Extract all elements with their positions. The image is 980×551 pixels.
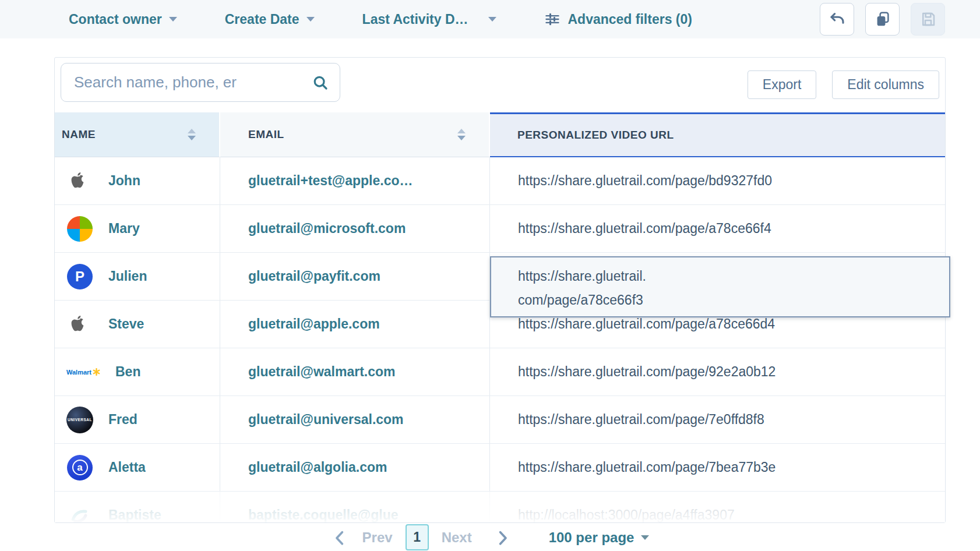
walmart-logo-icon: Walmart: [66, 359, 100, 386]
email-cell: gluetrail@walmart.com: [220, 348, 490, 395]
search-input[interactable]: [74, 73, 312, 91]
column-header-email-label: EMAIL: [248, 128, 284, 141]
apple-logo-icon: [66, 168, 93, 195]
table-row: Walmart Ben gluetrail@walmart.com https:…: [55, 348, 945, 396]
video-url-cell[interactable]: http://localhost:3000/page/a4ffa3907: [490, 492, 945, 522]
table-row: Baptiste baptiste.coquelle@glue http://l…: [55, 492, 945, 522]
column-header-name-label: NAME: [62, 128, 96, 141]
email-cell: gluetrail@apple.com: [220, 301, 490, 348]
email-cell: baptiste.coquelle@glue: [220, 492, 490, 522]
contact-name-link[interactable]: Steve: [108, 316, 144, 332]
chevron-right-icon[interactable]: [493, 528, 512, 547]
prev-button[interactable]: Prev: [362, 529, 393, 546]
sort-icon[interactable]: [457, 129, 466, 140]
contact-email-link[interactable]: gluetrail+test@apple.co…: [248, 173, 413, 189]
caret-down-icon: [641, 535, 649, 540]
contact-email-link[interactable]: gluetrail@microsoft.com: [248, 221, 406, 236]
name-cell: UNIVERSAL Fred: [55, 396, 220, 443]
filter-contact-owner[interactable]: Contact owner: [69, 12, 177, 27]
advanced-filters-label: Advanced filters (0): [568, 12, 692, 27]
contact-name-link[interactable]: Ben: [115, 364, 140, 380]
contact-email-link[interactable]: gluetrail@apple.com: [248, 316, 380, 332]
search-box[interactable]: [61, 63, 340, 102]
table-body: John gluetrail+test@apple.co… https://sh…: [55, 157, 945, 522]
filter-create-date-label: Create Date: [225, 12, 299, 27]
expanded-url-line-2: com/page/a78ce66f3: [518, 288, 949, 312]
column-header-url-label: PERSONALIZED VIDEO URL: [517, 129, 674, 142]
video-url-cell[interactable]: https://share.gluetrail.com/page/7bea77b…: [490, 444, 945, 491]
per-page-label: 100 per page: [549, 529, 634, 546]
copy-icon: [874, 10, 891, 28]
search-icon[interactable]: [312, 74, 329, 91]
contact-name-link[interactable]: Fred: [108, 412, 138, 428]
algolia-logo-icon: a: [66, 454, 93, 481]
caret-down-icon: [488, 17, 496, 22]
contact-email-link[interactable]: gluetrail@walmart.com: [248, 364, 396, 380]
undo-button[interactable]: [820, 3, 854, 36]
contact-email-link[interactable]: gluetrail@algolia.com: [248, 460, 387, 475]
contact-name-link[interactable]: Mary: [108, 221, 140, 236]
email-cell: gluetrail@payfit.com: [220, 253, 490, 300]
gluetrail-logo-icon: [66, 502, 93, 523]
name-cell: Baptiste: [55, 492, 220, 522]
table-toolbar: Export Edit columns: [55, 58, 945, 112]
caret-down-icon: [169, 17, 177, 22]
email-cell: gluetrail+test@apple.co…: [220, 157, 490, 204]
payfit-logo-icon: P: [66, 263, 93, 290]
pagination-bar: Prev 1 Next 100 per page: [0, 524, 980, 551]
save-button[interactable]: [911, 3, 945, 36]
email-cell: gluetrail@algolia.com: [220, 444, 490, 491]
expanded-video-url-cell[interactable]: https://share.gluetrail. com/page/a78ce6…: [490, 256, 950, 317]
contact-name-link[interactable]: John: [108, 173, 140, 189]
filter-last-activity-date[interactable]: Last Activity D…: [362, 12, 496, 27]
contact-name-link[interactable]: Julien: [108, 269, 147, 284]
undo-icon: [829, 10, 846, 28]
name-cell: Steve: [55, 301, 220, 348]
contacts-table-card: Export Edit columns NAME EMAIL PERSONALI…: [54, 57, 946, 523]
video-url-cell[interactable]: https://share.gluetrail.com/page/bd9327f…: [490, 157, 945, 204]
name-cell: a Aletta: [55, 444, 220, 491]
table-row: UNIVERSAL Fred gluetrail@universal.com h…: [55, 396, 945, 444]
filter-create-date[interactable]: Create Date: [225, 12, 315, 27]
contact-email-link[interactable]: gluetrail@universal.com: [248, 412, 404, 428]
export-button[interactable]: Export: [748, 70, 816, 99]
email-cell: gluetrail@universal.com: [220, 396, 490, 443]
name-cell: Mary: [55, 205, 220, 252]
video-url-cell[interactable]: https://share.gluetrail.com/page/92e2a0b…: [490, 348, 945, 395]
filter-bar-actions: [820, 3, 945, 36]
table-row: Mary gluetrail@microsoft.com https://sha…: [55, 205, 945, 253]
current-page-button[interactable]: 1: [406, 524, 429, 550]
toolbar-buttons: Export Edit columns: [748, 70, 939, 99]
filter-last-activity-label: Last Activity D…: [362, 12, 468, 27]
copy-button[interactable]: [865, 3, 900, 36]
table-header-row: NAME EMAIL PERSONALIZED VIDEO URL: [55, 112, 945, 157]
per-page-dropdown[interactable]: 100 per page: [549, 529, 650, 546]
universal-logo-icon: UNIVERSAL: [66, 407, 93, 433]
video-url-cell[interactable]: https://share.gluetrail.com/page/a78ce66…: [490, 205, 945, 252]
video-url-cell[interactable]: https://share.gluetrail.com/page/7e0ffd8…: [490, 396, 945, 443]
column-header-name[interactable]: NAME: [55, 112, 220, 157]
edit-columns-button[interactable]: Edit columns: [832, 70, 939, 99]
contact-name-link[interactable]: Baptiste: [108, 507, 161, 522]
save-icon: [919, 10, 937, 28]
table-row: a Aletta gluetrail@algolia.com https://s…: [55, 444, 945, 492]
contact-email-link[interactable]: baptiste.coquelle@glue: [248, 507, 399, 522]
chevron-left-icon[interactable]: [331, 528, 350, 547]
caret-down-icon: [306, 17, 315, 22]
name-cell: Walmart Ben: [55, 348, 220, 395]
contact-name-link[interactable]: Aletta: [108, 460, 146, 475]
advanced-filters-button[interactable]: Advanced filters (0): [544, 11, 692, 27]
table-row: John gluetrail+test@apple.co… https://sh…: [55, 157, 945, 205]
column-header-email[interactable]: EMAIL: [220, 112, 490, 157]
sliders-icon: [544, 11, 560, 27]
column-header-personalized-video-url[interactable]: PERSONALIZED VIDEO URL: [490, 112, 945, 157]
sort-icon[interactable]: [188, 129, 196, 140]
microsoft-logo-icon: [66, 216, 93, 242]
filter-contact-owner-label: Contact owner: [69, 12, 162, 27]
apple-logo-icon: [66, 311, 93, 338]
filter-bar: Contact owner Create Date Last Activity …: [0, 0, 980, 38]
contact-email-link[interactable]: gluetrail@payfit.com: [248, 269, 380, 284]
name-cell: P Julien: [55, 253, 220, 300]
next-button[interactable]: Next: [442, 529, 472, 546]
expanded-url-line-1: https://share.gluetrail.: [518, 264, 949, 288]
